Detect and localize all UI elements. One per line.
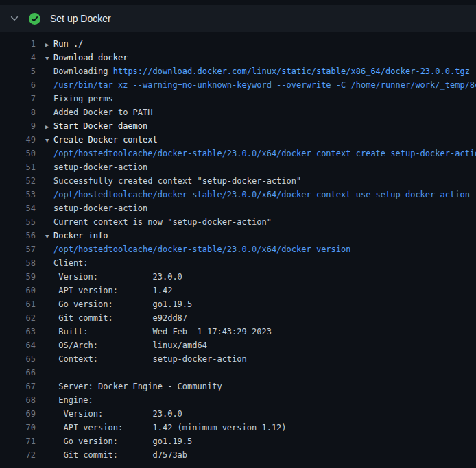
line-number[interactable]: 1 [0,37,36,51]
line-number[interactable]: 9 [0,119,36,133]
log-group-line[interactable]: 9 ▶Start Docker daemon [0,119,476,133]
line-content: Successfully created context "setup-dock… [36,174,476,188]
group-title: Create Docker context [53,135,158,145]
line-number[interactable]: 65 [0,352,36,366]
check-circle-icon [29,13,40,25]
line-content: Current context is now "setup-docker-act… [36,215,476,229]
log-text: Client: [53,258,88,268]
line-number[interactable]: 69 [0,407,36,421]
chevron-right-icon: ▶ [45,38,53,51]
line-content: OS/Arch: linux/amd64 [36,338,476,352]
log-line: 72 Git commit: d7573ab [0,448,476,462]
log-area: 1 ▶Run ./ 4 ▼Download docker 5 Downloadi… [0,32,476,462]
line-number[interactable]: 54 [0,201,36,215]
line-number[interactable]: 66 [0,366,36,380]
log-text: Current context is now "setup-docker-act… [53,217,272,227]
line-content: Client: [36,256,476,270]
log-text: Go version: go1.19.5 [53,436,192,446]
line-number[interactable]: 67 [0,380,36,393]
line-content: API version: 1.42 [36,284,476,297]
log-text: Server: Docker Engine - Community [53,382,222,391]
line-number[interactable]: 53 [0,188,36,201]
log-line: 54 setup-docker-action [0,201,476,215]
line-number[interactable]: 7 [0,92,36,106]
log-text: OS/Arch: linux/amd64 [53,341,207,350]
command-text: /usr/bin/tar xz --warning=no-unknown-key… [53,80,476,90]
log-line: 68 Engine: [0,393,476,407]
line-number[interactable]: 55 [0,215,36,229]
line-number[interactable]: 49 [0,133,36,147]
line-number[interactable]: 50 [0,147,36,160]
line-number[interactable]: 4 [0,51,36,64]
line-number[interactable]: 8 [0,106,36,119]
line-number[interactable]: 56 [0,229,36,243]
log-line: 64 OS/Arch: linux/amd64 [0,338,476,352]
line-number[interactable]: 71 [0,434,36,448]
line-number[interactable]: 5 [0,64,36,78]
chevron-down-icon: ▼ [45,134,53,147]
log-link[interactable]: https://download.docker.com/linux/static… [113,66,470,76]
line-number[interactable]: 6 [0,78,36,92]
log-group-line[interactable]: 4 ▼Download docker [0,51,476,64]
log-text: Git commit: e92dd87 [53,313,187,323]
log-text: Git commit: d7573ab [53,450,187,460]
line-content: Go version: go1.19.5 [36,434,476,448]
step-header[interactable]: Set up Docker [0,5,476,32]
line-content: API version: 1.42 (minimum version 1.12) [36,421,476,434]
group-title: Run ./ [53,39,83,49]
line-number[interactable]: 51 [0,160,36,174]
line-number[interactable]: 63 [0,325,36,338]
line-content: Go version: go1.19.5 [36,297,476,311]
line-number[interactable]: 58 [0,256,36,270]
log-line: 51 setup-docker-action [0,160,476,174]
line-number[interactable]: 61 [0,297,36,311]
chevron-down-icon[interactable] [10,14,19,23]
chevron-down-icon: ▼ [45,51,53,64]
log-line: 52 Successfully created context "setup-d… [0,174,476,188]
group-title: Download docker [53,53,128,62]
chevron-right-icon: ▶ [45,120,53,133]
log-line: 65 Context: setup-docker-action [0,352,476,366]
line-number[interactable]: 64 [0,338,36,352]
log-line: 63 Built: Wed Feb 1 17:43:29 2023 [0,325,476,338]
line-number[interactable]: 72 [0,448,36,462]
log-text: Version: 23.0.0 [53,272,182,282]
log-group-line[interactable]: 49 ▼Create Docker context [0,133,476,147]
log-text: Added Docker to PATH [53,108,153,117]
log-text: Built: Wed Feb 1 17:43:29 2023 [53,327,272,336]
line-content: ▶Run ./ [36,37,476,51]
line-content: ▼Create Docker context [36,133,476,147]
log-line: 8 Added Docker to PATH [0,106,476,119]
line-number[interactable]: 60 [0,284,36,297]
log-line: 50 /opt/hostedtoolcache/docker-stable/23… [0,147,476,160]
log-line: 60 API version: 1.42 [0,284,476,297]
line-number[interactable]: 57 [0,243,36,256]
line-number[interactable]: 62 [0,311,36,325]
line-content: /opt/hostedtoolcache/docker-stable/23.0.… [36,243,476,256]
line-content: Git commit: e92dd87 [36,311,476,325]
log-text: Engine: [53,395,93,405]
line-content: Engine: [36,393,476,407]
log-text: API version: 1.42 [53,286,172,295]
line-number[interactable]: 68 [0,393,36,407]
line-number[interactable]: 59 [0,270,36,284]
log-line: 53 /opt/hostedtoolcache/docker-stable/23… [0,188,476,201]
line-content: Version: 23.0.0 [36,270,476,284]
log-line: 67 Server: Docker Engine - Community [0,380,476,393]
command-text: /opt/hostedtoolcache/docker-stable/23.0.… [53,149,476,158]
log-line: 5 Downloading https://download.docker.co… [0,64,476,78]
line-content: ▶Start Docker daemon [36,119,476,133]
line-content: /opt/hostedtoolcache/docker-stable/23.0.… [36,188,476,201]
line-number[interactable]: 70 [0,421,36,434]
log-line: 6 /usr/bin/tar xz --warning=no-unknown-k… [0,78,476,92]
line-number[interactable]: 52 [0,174,36,188]
line-content: setup-docker-action [36,160,476,174]
log-group-line[interactable]: 1 ▶Run ./ [0,37,476,51]
log-group-line[interactable]: 56 ▼Docker info [0,229,476,243]
log-text: Downloading [53,66,113,76]
log-line: 58 Client: [0,256,476,270]
line-content: Server: Docker Engine - Community [36,380,476,393]
line-content: Built: Wed Feb 1 17:43:29 2023 [36,325,476,338]
line-content: /opt/hostedtoolcache/docker-stable/23.0.… [36,147,476,160]
log-line: 57 /opt/hostedtoolcache/docker-stable/23… [0,243,476,256]
